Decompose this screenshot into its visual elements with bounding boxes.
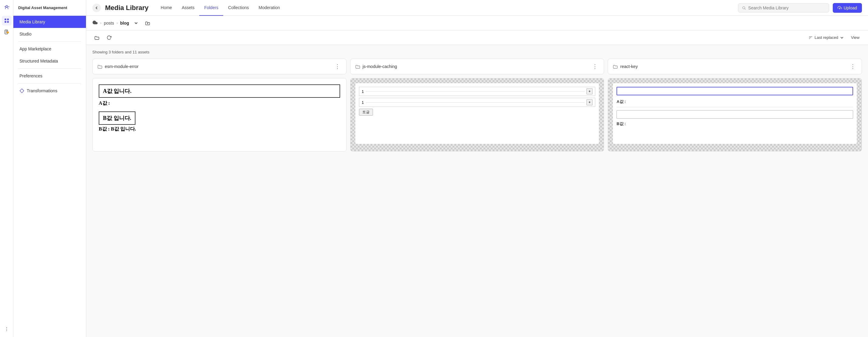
sidebar-icon-grid[interactable] <box>2 16 11 26</box>
nav-divider-3 <box>18 83 81 84</box>
asset-card-inputs[interactable]: A값 : B값 : <box>608 78 862 152</box>
showing-text: Showing 3 folders and 11 assets <box>92 50 862 54</box>
sort-label: Last replaced <box>814 35 838 40</box>
refresh-icon <box>106 35 112 40</box>
input-label-b: B값 : <box>617 121 853 127</box>
add-folder-button[interactable] <box>143 19 152 28</box>
chevron-down-icon <box>134 21 138 25</box>
asset-card-korean[interactable]: A값 입니다. A값 : B값 입니다. B값 : B값 입니다. <box>92 78 346 152</box>
plus-button-2[interactable]: + <box>586 99 592 105</box>
folder-card-js[interactable]: js-module-caching ⋮ <box>350 59 604 74</box>
breadcrumb-sep-2: › <box>116 21 118 25</box>
sort-dropdown[interactable]: Last replaced <box>806 34 846 41</box>
folder-name-react: react-key <box>620 64 638 69</box>
breadcrumb: › posts › blog <box>86 16 868 30</box>
folder-card-js-left: js-module-caching <box>355 64 397 69</box>
icon-sidebar <box>0 0 13 337</box>
sidebar-icon-document[interactable] <box>2 27 11 37</box>
form-row-1: 1 + <box>359 87 596 96</box>
sort-chevron-icon <box>840 36 844 39</box>
left-nav: Digital Asset Management Media Library S… <box>13 0 86 337</box>
asset-preview-korean: A값 입니다. A값 : B값 입니다. B값 : B값 입니다. <box>93 78 346 151</box>
folder-card-react-left: react-key <box>613 64 638 69</box>
breadcrumb-posts[interactable]: posts <box>104 21 114 26</box>
svg-point-9 <box>6 330 7 331</box>
folder-js-icon <box>355 64 360 69</box>
svg-rect-3 <box>5 21 6 23</box>
tab-folders[interactable]: Folders <box>199 0 223 16</box>
input-label-a: A값 : <box>617 99 853 104</box>
top-header: Media Library Home Assets Folders Collec… <box>86 0 868 16</box>
breadcrumb-blog[interactable]: blog <box>120 21 129 26</box>
nav-media-library[interactable]: Media Library <box>13 16 86 28</box>
search-bar[interactable] <box>738 3 829 12</box>
top-nav: Home Assets Folders Collections Moderati… <box>156 0 738 16</box>
svg-rect-1 <box>5 19 6 20</box>
tab-home[interactable]: Home <box>156 0 177 16</box>
upload-icon <box>838 6 842 10</box>
folder-esm-icon <box>97 64 102 69</box>
nav-divider-2 <box>18 68 81 69</box>
page-title: Media Library <box>105 4 149 12</box>
svg-point-11 <box>743 6 745 9</box>
nav-studio[interactable]: Studio <box>13 28 86 40</box>
upload-button[interactable]: Upload <box>833 3 862 13</box>
folder-menu-esm[interactable]: ⋮ <box>334 63 341 70</box>
svg-point-0 <box>6 5 8 7</box>
search-icon <box>742 6 746 10</box>
folder-menu-js[interactable]: ⋮ <box>591 63 599 70</box>
folder-menu-react[interactable]: ⋮ <box>849 63 857 70</box>
nav-structured-metadata[interactable]: Structured Metadata <box>13 55 86 67</box>
svg-point-7 <box>6 327 7 328</box>
folder-icon <box>94 35 99 40</box>
folder-card-react[interactable]: react-key ⋮ <box>608 59 862 74</box>
tab-moderation[interactable]: Moderation <box>254 0 285 16</box>
svg-rect-4 <box>7 21 8 23</box>
korean-label-a: A값 : <box>99 100 340 106</box>
app-logo[interactable] <box>2 2 11 12</box>
svg-rect-6 <box>7 32 8 33</box>
folder-react-icon <box>613 64 618 69</box>
toggle-button[interactable]: 토글 <box>359 109 373 116</box>
breadcrumb-sep-1: › <box>100 21 101 25</box>
folder-card-esm[interactable]: esm-module-error ⋮ <box>92 59 346 74</box>
input-field-active[interactable] <box>617 87 853 95</box>
nav-preferences[interactable]: Preferences <box>13 70 86 82</box>
input-divider <box>617 107 853 107</box>
korean-label-b: B값 : B값 입니다. <box>99 126 340 132</box>
diamond-icon <box>20 88 24 93</box>
search-input[interactable] <box>748 5 825 10</box>
svg-marker-10 <box>20 89 24 93</box>
folder-grid: esm-module-error ⋮ js-module-caching ⋮ <box>92 59 862 152</box>
svg-point-8 <box>6 329 7 329</box>
korean-box-a: A값 입니다. <box>99 84 340 98</box>
toolbar-right: Last replaced View <box>806 34 862 41</box>
sidebar-icon-more[interactable] <box>2 324 11 334</box>
folder-name-esm: esm-module-error <box>105 64 138 69</box>
left-nav-title: Digital Asset Management <box>13 0 86 16</box>
nav-app-marketplace[interactable]: App Marketplace <box>13 43 86 55</box>
form-row-2: 1 + <box>359 98 596 107</box>
cloud-icon <box>92 20 98 25</box>
asset-preview-inputs: A값 : B값 : <box>613 83 857 144</box>
breadcrumb-dropdown[interactable] <box>131 19 141 28</box>
plus-button-1[interactable]: + <box>586 88 592 94</box>
collapse-button[interactable] <box>92 4 101 12</box>
new-folder-button[interactable] <box>92 33 101 42</box>
form-number-2: 1 <box>362 100 364 105</box>
tab-assets[interactable]: Assets <box>177 0 199 16</box>
breadcrumb-root[interactable] <box>92 20 98 26</box>
input-field-b[interactable] <box>617 110 853 119</box>
content-area: Showing 3 folders and 11 assets esm-modu… <box>86 45 868 337</box>
add-folder-icon <box>145 21 150 26</box>
main-content: Media Library Home Assets Folders Collec… <box>86 0 868 337</box>
asset-card-form[interactable]: 1 + 1 + 토글 <box>350 78 604 152</box>
folder-card-left: esm-module-error <box>97 64 138 69</box>
tab-collections[interactable]: Collections <box>223 0 254 16</box>
view-label[interactable]: View <box>848 34 862 41</box>
sort-icon <box>808 35 813 40</box>
asset-preview-form: 1 + 1 + 토글 <box>355 83 599 144</box>
refresh-button[interactable] <box>104 33 114 42</box>
nav-transformations[interactable]: Transformations <box>13 85 86 97</box>
svg-line-12 <box>745 8 746 9</box>
